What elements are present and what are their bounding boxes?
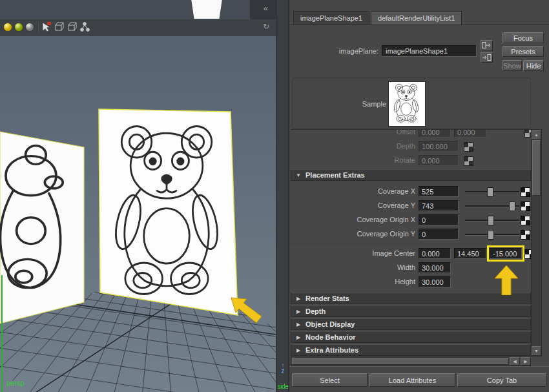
rotate-map-button[interactable] — [464, 156, 473, 166]
depth-field[interactable]: 100.000 — [419, 141, 459, 152]
section-title: Depth — [306, 307, 326, 315]
image-center-map-button[interactable] — [524, 249, 531, 259]
image-center-row: Image Center 0.000 14.450 -15.000 — [291, 247, 531, 260]
hypergraph-icon[interactable] — [81, 23, 90, 32]
horizontal-scroll-thumb[interactable] — [292, 358, 509, 365]
coverage-origin-x-slider[interactable] — [465, 215, 519, 225]
section-placement-extras[interactable]: ▼ Placement Extras — [291, 169, 531, 181]
offset-y-field[interactable]: 0.000 — [454, 129, 486, 138]
viewport-toolbar-icons — [0, 19, 97, 35]
triangle-right-icon: ▶ — [291, 296, 306, 302]
textured-sphere-icon[interactable] — [15, 23, 23, 32]
focus-button[interactable]: Focus — [502, 32, 544, 43]
section-object-display[interactable]: ▶ Object Display — [291, 318, 531, 330]
coverage-y-slider[interactable] — [465, 201, 519, 211]
width-label: Width — [291, 263, 415, 271]
image-center-x-field[interactable]: 0.000 — [419, 248, 451, 259]
image-center-y-field[interactable]: 14.450 — [454, 248, 486, 259]
hide-button[interactable]: Hide — [523, 60, 544, 71]
upper-view-image-plane-fragment — [189, 0, 224, 19]
image-plane-side[interactable] — [0, 132, 84, 324]
depth-label: Depth — [291, 142, 415, 150]
section-title: Node Behavior — [306, 333, 356, 341]
depth-map-button[interactable] — [464, 142, 473, 152]
select-tool-icon[interactable] — [43, 22, 51, 32]
connection-out-icon — [482, 41, 492, 49]
tab-imageplaneshape1[interactable]: imagePlaneShape1 — [293, 11, 369, 25]
viewport-canvas[interactable]: persp — [0, 36, 276, 392]
coverage-x-label: Coverage X — [291, 187, 415, 195]
coverage-x-field[interactable]: 525 — [419, 186, 459, 197]
viewport-top-strip: « — [0, 0, 276, 20]
section-depth[interactable]: ▶ Depth — [291, 305, 531, 317]
side-view-label: side — [276, 383, 289, 390]
shaded-sphere-icon[interactable] — [4, 23, 12, 32]
scroll-left-icon[interactable]: ◀ — [510, 357, 520, 366]
section-title: Placement Extras — [306, 171, 365, 179]
refresh-icon[interactable]: ↻ — [263, 22, 269, 31]
node-name-field[interactable]: imagePlaneShape1 — [382, 45, 477, 57]
offset-map-button[interactable] — [524, 129, 531, 138]
coverage-x-slider[interactable] — [465, 187, 519, 196]
cube-icon[interactable] — [56, 23, 63, 30]
sample-group: Sample — [292, 77, 531, 129]
triangle-right-icon: ▶ — [291, 322, 306, 327]
tab-defaultrenderutilitylist1[interactable]: defaultRenderUtilityList1 — [371, 11, 462, 25]
coverage-origin-y-field[interactable]: 0 — [419, 229, 459, 240]
scroll-right-icon[interactable]: ▶ — [521, 357, 531, 366]
triangle-right-icon: ▶ — [291, 347, 306, 353]
maya-window: « — [0, 0, 549, 392]
horizontal-scrollbar[interactable]: ◀ ▶ — [291, 356, 531, 366]
coverage-x-map-button[interactable] — [521, 187, 530, 197]
section-title: Object Display — [306, 320, 355, 328]
coverage-origin-x-map-button[interactable] — [521, 216, 530, 225]
annotation-arrow-panel — [495, 265, 518, 295]
cube-alt-icon[interactable] — [68, 23, 76, 30]
wireframe-sphere-icon[interactable] — [26, 23, 34, 32]
panel-divider[interactable]: ↑z side — [276, 0, 289, 392]
width-field[interactable]: 30.000 — [419, 262, 451, 273]
presets-button[interactable]: Presets — [502, 46, 544, 57]
coverage-origin-y-slider[interactable] — [465, 229, 519, 239]
tab-divider — [289, 25, 549, 25]
show-button[interactable]: Show — [502, 60, 522, 71]
image-plane-front[interactable] — [99, 109, 238, 315]
connection-in-icon — [482, 54, 492, 61]
triangle-right-icon: ▶ — [291, 309, 306, 315]
copy-tab-button[interactable]: Copy Tab — [457, 373, 546, 387]
coverage-y-row: Coverage Y 743 — [291, 200, 531, 212]
sample-thumbnail — [388, 81, 426, 127]
triangle-right-icon: ▶ — [291, 335, 306, 340]
rotate-label: Rotate — [291, 156, 415, 164]
scroll-down-icon[interactable]: ▼ — [532, 346, 541, 356]
image-center-z-field[interactable]: -15.000 — [490, 248, 522, 259]
attribute-scroll-area[interactable]: Offset 0.000 0.000 Depth 100.000 Rotate … — [291, 129, 531, 357]
coverage-y-field[interactable]: 743 — [419, 200, 459, 211]
select-button[interactable]: Select — [292, 373, 368, 387]
attribute-editor: imagePlaneShape1defaultRenderUtilityList… — [289, 0, 549, 392]
camera-label: persp — [6, 379, 25, 387]
height-field[interactable]: 30.000 — [419, 276, 451, 287]
section-node-behavior[interactable]: ▶ Node Behavior — [291, 331, 531, 343]
coverage-y-map-button[interactable] — [521, 201, 530, 211]
rotate-field[interactable]: 0.000 — [419, 155, 459, 166]
triangle-down-icon: ▼ — [291, 172, 306, 178]
node-type-label: imagePlane: — [289, 47, 378, 55]
vertical-scroll-thumb[interactable] — [532, 140, 541, 196]
section-extra-attributes[interactable]: ▶ Extra Attributes — [291, 344, 531, 356]
coverage-origin-y-label: Coverage Origin Y — [291, 230, 415, 238]
connection-in-button[interactable] — [481, 52, 493, 63]
section-title: Extra Attributes — [306, 346, 358, 354]
vertical-scrollbar[interactable]: ▲ ▼ — [531, 129, 542, 356]
connection-out-button[interactable] — [481, 40, 493, 50]
image-center-label: Image Center — [291, 249, 415, 257]
collapse-panel-icon[interactable]: « — [264, 3, 268, 13]
depth-row: Depth 100.000 — [291, 140, 531, 153]
offset-x-field[interactable]: 0.000 — [419, 129, 451, 138]
coverage-origin-x-field[interactable]: 0 — [419, 214, 459, 225]
group-separator — [291, 243, 531, 244]
load-attributes-button[interactable]: Load Attributes — [369, 373, 455, 387]
coverage-origin-x-label: Coverage Origin X — [291, 216, 415, 223]
coverage-origin-y-map-button[interactable] — [521, 230, 530, 240]
scroll-up-icon[interactable]: ▲ — [532, 130, 541, 139]
